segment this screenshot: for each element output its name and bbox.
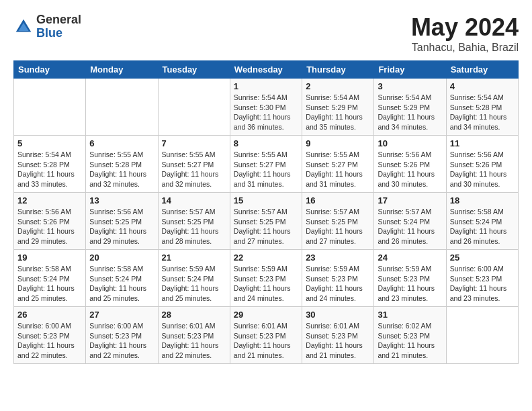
calendar-week-row: 5Sunrise: 5:54 AM Sunset: 5:28 PM Daylig… xyxy=(14,136,519,193)
day-of-week-header: Wednesday xyxy=(230,61,302,79)
day-info: Sunrise: 6:01 AM Sunset: 5:23 PM Dayligh… xyxy=(234,321,298,361)
day-of-week-header: Friday xyxy=(374,61,446,79)
calendar-cell: 26Sunrise: 6:00 AM Sunset: 5:23 PM Dayli… xyxy=(14,307,86,364)
day-of-week-header: Sunday xyxy=(14,61,86,79)
day-of-week-header: Thursday xyxy=(302,61,374,79)
day-info: Sunrise: 5:59 AM Sunset: 5:23 PM Dayligh… xyxy=(378,264,442,304)
calendar-cell: 12Sunrise: 5:56 AM Sunset: 5:26 PM Dayli… xyxy=(14,193,86,250)
calendar-cell: 30Sunrise: 6:01 AM Sunset: 5:23 PM Dayli… xyxy=(302,307,374,364)
day-info: Sunrise: 5:59 AM Sunset: 5:24 PM Dayligh… xyxy=(162,264,226,304)
day-number: 11 xyxy=(450,138,515,148)
day-number: 4 xyxy=(450,81,515,91)
day-info: Sunrise: 6:02 AM Sunset: 5:23 PM Dayligh… xyxy=(378,321,442,361)
day-info: Sunrise: 5:54 AM Sunset: 5:30 PM Dayligh… xyxy=(234,93,298,132)
day-info: Sunrise: 5:55 AM Sunset: 5:27 PM Dayligh… xyxy=(234,150,298,189)
day-info: Sunrise: 6:00 AM Sunset: 5:23 PM Dayligh… xyxy=(89,321,154,361)
day-number: 6 xyxy=(89,138,154,148)
logo-icon xyxy=(13,17,34,37)
day-number: 27 xyxy=(89,310,154,320)
day-info: Sunrise: 5:56 AM Sunset: 5:26 PM Dayligh… xyxy=(450,150,515,189)
day-info: Sunrise: 5:55 AM Sunset: 5:27 PM Dayligh… xyxy=(162,150,226,189)
calendar-cell: 3Sunrise: 5:54 AM Sunset: 5:29 PM Daylig… xyxy=(374,79,446,136)
day-number: 5 xyxy=(17,138,82,148)
calendar-cell: 4Sunrise: 5:54 AM Sunset: 5:28 PM Daylig… xyxy=(446,79,518,136)
day-info: Sunrise: 5:59 AM Sunset: 5:23 PM Dayligh… xyxy=(306,264,370,304)
day-info: Sunrise: 5:58 AM Sunset: 5:24 PM Dayligh… xyxy=(17,264,82,304)
calendar-cell: 2Sunrise: 5:54 AM Sunset: 5:29 PM Daylig… xyxy=(302,79,374,136)
calendar-cell: 21Sunrise: 5:59 AM Sunset: 5:24 PM Dayli… xyxy=(158,250,230,307)
days-of-week-row: SundayMondayTuesdayWednesdayThursdayFrid… xyxy=(14,61,519,79)
day-info: Sunrise: 5:57 AM Sunset: 5:25 PM Dayligh… xyxy=(306,207,370,246)
day-info: Sunrise: 5:55 AM Sunset: 5:28 PM Dayligh… xyxy=(89,150,154,189)
day-of-week-header: Tuesday xyxy=(158,61,230,79)
calendar-cell: 25Sunrise: 6:00 AM Sunset: 5:23 PM Dayli… xyxy=(446,250,518,307)
day-info: Sunrise: 6:00 AM Sunset: 5:23 PM Dayligh… xyxy=(17,321,82,361)
day-number: 9 xyxy=(306,138,370,148)
calendar-cell: 23Sunrise: 5:59 AM Sunset: 5:23 PM Dayli… xyxy=(302,250,374,307)
day-number: 20 xyxy=(89,253,154,263)
day-number: 23 xyxy=(306,253,370,263)
calendar-cell: 29Sunrise: 6:01 AM Sunset: 5:23 PM Dayli… xyxy=(230,307,302,364)
calendar-cell: 5Sunrise: 5:54 AM Sunset: 5:28 PM Daylig… xyxy=(14,136,86,193)
day-info: Sunrise: 5:54 AM Sunset: 5:29 PM Dayligh… xyxy=(378,93,442,132)
day-number: 29 xyxy=(234,310,298,320)
calendar-week-row: 12Sunrise: 5:56 AM Sunset: 5:26 PM Dayli… xyxy=(14,193,519,250)
day-info: Sunrise: 5:54 AM Sunset: 5:28 PM Dayligh… xyxy=(17,150,82,189)
day-info: Sunrise: 6:01 AM Sunset: 5:23 PM Dayligh… xyxy=(162,321,226,361)
day-info: Sunrise: 5:54 AM Sunset: 5:29 PM Dayligh… xyxy=(306,93,370,132)
day-number: 14 xyxy=(162,195,226,205)
day-number: 31 xyxy=(378,310,442,320)
calendar-cell: 1Sunrise: 5:54 AM Sunset: 5:30 PM Daylig… xyxy=(230,79,302,136)
day-info: Sunrise: 5:58 AM Sunset: 5:24 PM Dayligh… xyxy=(89,264,154,304)
day-number: 12 xyxy=(17,195,82,205)
day-number: 24 xyxy=(378,253,442,263)
day-number: 1 xyxy=(234,81,298,91)
calendar-cell: 18Sunrise: 5:58 AM Sunset: 5:24 PM Dayli… xyxy=(446,193,518,250)
calendar-cell: 14Sunrise: 5:57 AM Sunset: 5:25 PM Dayli… xyxy=(158,193,230,250)
calendar-cell: 28Sunrise: 6:01 AM Sunset: 5:23 PM Dayli… xyxy=(158,307,230,364)
logo-general: General xyxy=(36,13,81,27)
day-number: 8 xyxy=(234,138,298,148)
calendar-cell: 15Sunrise: 5:57 AM Sunset: 5:25 PM Dayli… xyxy=(230,193,302,250)
day-number: 19 xyxy=(17,253,82,263)
day-info: Sunrise: 5:55 AM Sunset: 5:27 PM Dayligh… xyxy=(306,150,370,189)
day-info: Sunrise: 5:59 AM Sunset: 5:23 PM Dayligh… xyxy=(234,264,298,304)
day-number: 3 xyxy=(378,81,442,91)
calendar-header: SundayMondayTuesdayWednesdayThursdayFrid… xyxy=(14,61,519,79)
day-info: Sunrise: 5:54 AM Sunset: 5:28 PM Dayligh… xyxy=(450,93,515,132)
calendar-week-row: 1Sunrise: 5:54 AM Sunset: 5:30 PM Daylig… xyxy=(14,79,519,136)
day-info: Sunrise: 5:57 AM Sunset: 5:25 PM Dayligh… xyxy=(234,207,298,246)
day-number: 10 xyxy=(378,138,442,148)
calendar-week-row: 19Sunrise: 5:58 AM Sunset: 5:24 PM Dayli… xyxy=(14,250,519,307)
day-of-week-header: Saturday xyxy=(446,61,518,79)
day-info: Sunrise: 5:56 AM Sunset: 5:26 PM Dayligh… xyxy=(378,150,442,189)
calendar-cell: 6Sunrise: 5:55 AM Sunset: 5:28 PM Daylig… xyxy=(86,136,158,193)
calendar-cell: 10Sunrise: 5:56 AM Sunset: 5:26 PM Dayli… xyxy=(374,136,446,193)
logo: General Blue xyxy=(13,13,81,40)
logo-blue: Blue xyxy=(36,27,81,40)
calendar-cell: 22Sunrise: 5:59 AM Sunset: 5:23 PM Dayli… xyxy=(230,250,302,307)
day-info: Sunrise: 5:56 AM Sunset: 5:26 PM Dayligh… xyxy=(17,207,82,246)
day-number: 30 xyxy=(306,310,370,320)
day-info: Sunrise: 6:00 AM Sunset: 5:23 PM Dayligh… xyxy=(450,264,515,304)
calendar-body: 1Sunrise: 5:54 AM Sunset: 5:30 PM Daylig… xyxy=(14,79,519,364)
calendar-cell: 19Sunrise: 5:58 AM Sunset: 5:24 PM Dayli… xyxy=(14,250,86,307)
day-number: 2 xyxy=(306,81,370,91)
day-number: 25 xyxy=(450,253,515,263)
calendar-cell xyxy=(14,79,86,136)
day-of-week-header: Monday xyxy=(86,61,158,79)
day-number: 17 xyxy=(378,195,442,205)
calendar: SundayMondayTuesdayWednesdayThursdayFrid… xyxy=(13,60,519,364)
calendar-cell: 27Sunrise: 6:00 AM Sunset: 5:23 PM Dayli… xyxy=(86,307,158,364)
day-info: Sunrise: 5:58 AM Sunset: 5:24 PM Dayligh… xyxy=(450,207,515,246)
logo-text: General Blue xyxy=(36,13,81,40)
calendar-cell: 16Sunrise: 5:57 AM Sunset: 5:25 PM Dayli… xyxy=(302,193,374,250)
calendar-cell: 11Sunrise: 5:56 AM Sunset: 5:26 PM Dayli… xyxy=(446,136,518,193)
calendar-cell: 17Sunrise: 5:57 AM Sunset: 5:24 PM Dayli… xyxy=(374,193,446,250)
day-number: 16 xyxy=(306,195,370,205)
calendar-cell: 24Sunrise: 5:59 AM Sunset: 5:23 PM Dayli… xyxy=(374,250,446,307)
day-number: 28 xyxy=(162,310,226,320)
day-info: Sunrise: 6:01 AM Sunset: 5:23 PM Dayligh… xyxy=(306,321,370,361)
day-number: 13 xyxy=(89,195,154,205)
day-info: Sunrise: 5:57 AM Sunset: 5:24 PM Dayligh… xyxy=(378,207,442,246)
